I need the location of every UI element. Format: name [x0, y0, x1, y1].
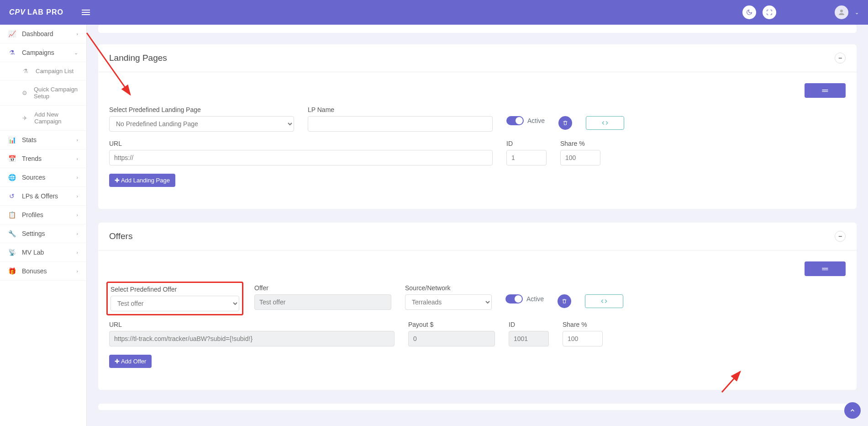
sidebar-item-campaign-list[interactable]: ⚗Campaign List: [0, 62, 86, 80]
code-icon: [602, 120, 608, 126]
offer-payout-input: [408, 331, 495, 346]
nav-icon: 📋: [8, 211, 16, 218]
offers-card: Offers − ═ Select Predefined Offer Test …: [98, 223, 857, 390]
nav-icon: ↺: [8, 192, 16, 200]
nav-icon: ⚗: [8, 49, 16, 56]
offer-select-label: Select Predefined Offer: [110, 286, 239, 293]
nav-label: Trends: [22, 155, 42, 162]
user-icon: [837, 8, 846, 16]
nav-label: Bonuses: [22, 267, 47, 275]
top-spacer-card: [98, 25, 857, 33]
sidebar-item-campaigns[interactable]: ⚗Campaigns⌄: [0, 43, 86, 62]
chevron-up-icon: [849, 407, 856, 414]
logo-mark: CPV: [9, 8, 26, 16]
chevron-icon: ›: [76, 212, 78, 218]
chevron-icon: ⌄: [74, 50, 78, 56]
lp-active-toggle[interactable]: [506, 116, 524, 125]
chevron-icon: ›: [76, 156, 78, 161]
offer-source-select[interactable]: Terraleads: [405, 294, 492, 310]
nav-label: Quick Campaign Setup: [34, 86, 78, 100]
nav-icon: ⚗: [22, 68, 29, 75]
chevron-icon: ›: [76, 231, 78, 236]
nav-label: Settings: [22, 230, 45, 237]
sidebar-item-settings[interactable]: 🔧Settings›: [0, 224, 86, 243]
user-menu-chevron[interactable]: ⌄: [855, 10, 859, 16]
scroll-to-top-button[interactable]: [844, 402, 861, 419]
nav-icon: 📅: [8, 155, 16, 162]
lp-code-button[interactable]: [586, 116, 624, 130]
landing-pages-card: Landing Pages − ═ Select Predefined Land…: [98, 44, 857, 209]
offer-url-label: URL: [109, 321, 395, 328]
lp-delete-button[interactable]: [558, 116, 572, 130]
sidebar-item-trends[interactable]: 📅Trends›: [0, 149, 86, 168]
sidebar-item-sources[interactable]: 🌐Sources›: [0, 168, 86, 187]
nav-label: Campaign List: [36, 68, 74, 75]
nav-icon: 🔧: [8, 230, 16, 237]
fullscreen-toggle[interactable]: [763, 5, 776, 19]
main-content: Landing Pages − ═ Select Predefined Land…: [87, 25, 868, 426]
nav-label: MV Lab: [22, 249, 44, 256]
chevron-icon: ›: [76, 193, 78, 199]
offer-active-label: Active: [526, 295, 544, 303]
nav-label: Dashboard: [22, 30, 53, 37]
landing-drag-handle[interactable]: ═: [805, 83, 846, 98]
nav-icon: 🌐: [8, 174, 16, 181]
lp-share-input[interactable]: [560, 150, 600, 165]
svg-point-0: [840, 10, 843, 12]
offer-predefined-select[interactable]: Test offer: [110, 296, 239, 311]
trash-icon: [562, 298, 567, 304]
sidebar-item-profiles[interactable]: 📋Profiles›: [0, 206, 86, 224]
sidebar-item-quick-campaign-setup[interactable]: ⚙Quick Campaign Setup: [0, 80, 86, 106]
offer-name-label: Offer: [254, 284, 391, 292]
nav-label: Sources: [22, 174, 45, 181]
dark-mode-toggle[interactable]: [742, 5, 756, 19]
chevron-icon: ›: [76, 175, 78, 180]
lp-url-label: URL: [109, 140, 493, 147]
bottom-card-peek: [98, 404, 857, 410]
nav-label: LPs & Offers: [22, 192, 58, 200]
offer-active-toggle[interactable]: [505, 294, 523, 304]
offer-delete-button[interactable]: [558, 294, 571, 308]
nav-icon: ✈: [22, 115, 28, 122]
logo[interactable]: CPV LAB PRO: [9, 8, 63, 16]
collapse-landing[interactable]: −: [835, 53, 846, 64]
expand-icon: [766, 9, 773, 16]
trash-icon: [563, 120, 568, 126]
add-landing-page-button[interactable]: ✚ Add Landing Page: [109, 174, 175, 187]
nav-icon: 📊: [8, 136, 16, 144]
lp-active-label: Active: [527, 117, 545, 124]
chevron-icon: ›: [76, 31, 78, 37]
user-avatar[interactable]: [835, 5, 848, 19]
offer-drag-handle[interactable]: ═: [805, 261, 846, 276]
code-icon: [601, 298, 607, 304]
chevron-icon: ›: [76, 250, 78, 255]
offer-source-label: Source/Network: [405, 284, 492, 292]
sidebar-item-stats[interactable]: 📊Stats›: [0, 131, 86, 149]
sidebar-item-lps-offers[interactable]: ↺LPs & Offers›: [0, 187, 86, 206]
nav-label: Add New Campaign: [34, 111, 78, 125]
offer-code-button[interactable]: [585, 294, 623, 308]
nav-icon: 📈: [8, 30, 16, 37]
lp-id-input[interactable]: [506, 150, 547, 165]
nav-icon: 🎁: [8, 267, 16, 275]
offer-share-input[interactable]: [563, 331, 603, 346]
lp-share-label: Share %: [560, 140, 600, 147]
nav-label: Campaigns: [22, 49, 54, 56]
sidebar: 📈Dashboard›⚗Campaigns⌄⚗Campaign List⚙Qui…: [0, 25, 87, 426]
offer-share-label: Share %: [563, 321, 603, 328]
sidebar-item-add-new-campaign[interactable]: ✈Add New Campaign: [0, 106, 86, 131]
offer-id-input: [509, 331, 549, 346]
sidebar-item-dashboard[interactable]: 📈Dashboard›: [0, 25, 86, 43]
lp-select-label: Select Predefined Landing Page: [109, 106, 294, 113]
lp-url-input[interactable]: [109, 150, 493, 165]
chevron-icon: ›: [76, 137, 78, 143]
chevron-icon: ›: [76, 268, 78, 274]
nav-icon: ⚙: [22, 90, 27, 96]
sidebar-item-bonuses[interactable]: 🎁Bonuses›: [0, 262, 86, 281]
lp-name-input[interactable]: [308, 116, 493, 132]
collapse-offers[interactable]: −: [835, 231, 846, 242]
add-offer-button[interactable]: ✚ Add Offer: [109, 355, 152, 368]
sidebar-item-mv-lab[interactable]: 📡MV Lab›: [0, 243, 86, 262]
lp-predefined-select[interactable]: No Predefined Landing Page: [109, 116, 294, 132]
menu-toggle[interactable]: [82, 8, 90, 16]
